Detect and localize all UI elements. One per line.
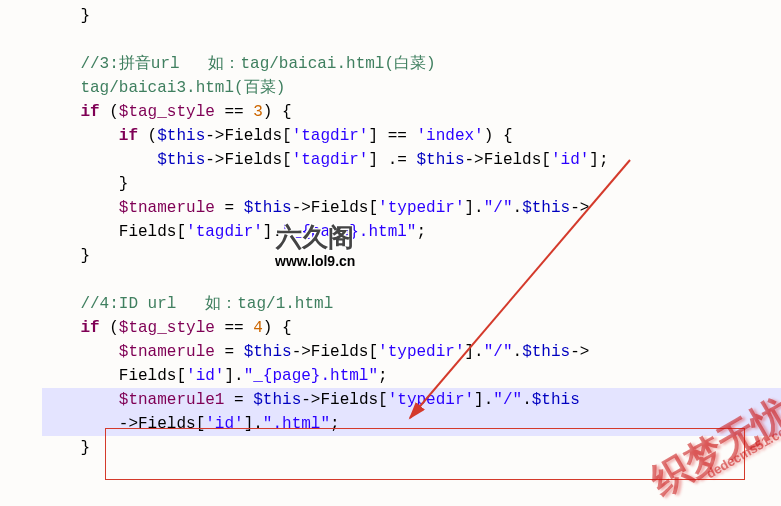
code-line: if ($this->Fields['tagdir'] == 'index') … <box>42 124 781 148</box>
code-line: //4:ID url 如：tag/1.html <box>42 292 781 316</box>
code-line <box>42 28 781 52</box>
code-line: $tnamerule = $this->Fields['typedir']."/… <box>42 196 781 220</box>
code-line: $tnamerule = $this->Fields['typedir']."/… <box>42 340 781 364</box>
code-line: if ($tag_style == 4) { <box>42 316 781 340</box>
code-line: if ($tag_style == 3) { <box>42 100 781 124</box>
code-line-highlighted: ->Fields['id'].".html"; <box>42 412 781 436</box>
code-line: //3:拼音url 如：tag/baicai.html(白菜) <box>42 52 781 76</box>
comment: tag/baicai3.html(百菜) <box>42 79 285 97</box>
code-line: $this->Fields['tagdir'] .= $this->Fields… <box>42 148 781 172</box>
code-line: } <box>42 244 781 268</box>
code-line: } <box>42 4 781 28</box>
comment: //4:ID url 如：tag/1.html <box>80 295 333 313</box>
code-line: Fields['tagdir']."_{page}.html"; <box>42 220 781 244</box>
code-line: tag/baicai3.html(百菜) <box>42 76 781 100</box>
code-line: } <box>42 172 781 196</box>
comment: //3:拼音url 如：tag/baicai.html(白菜) <box>80 55 435 73</box>
code-line-highlighted: $tnamerule1 = $this->Fields['typedir']."… <box>42 388 781 412</box>
gutter <box>0 0 12 506</box>
code-line: Fields['id']."_{page}.html"; <box>42 364 781 388</box>
code-line: } <box>42 436 781 460</box>
code-editor: } //3:拼音url 如：tag/baicai.html(白菜) tag/ba… <box>0 0 781 460</box>
code-line <box>42 268 781 292</box>
